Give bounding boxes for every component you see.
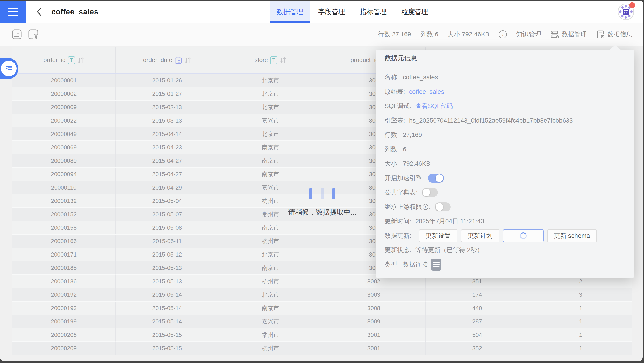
table-cell: 2015-05-14: [116, 315, 219, 328]
table-cell: 嘉兴市: [219, 181, 322, 194]
hamburger-icon: [8, 8, 18, 9]
tab-granularity-management[interactable]: 粒度管理: [395, 1, 434, 23]
indent-list-icon: [4, 64, 13, 73]
row-count-stat: 行数:27,169: [378, 30, 411, 39]
engine-table-name: hs_20250704112143_0fdf152ae59f4fc4bb17bb…: [409, 117, 573, 124]
text-type-icon: T: [68, 56, 75, 64]
page-title: coffee_sales: [52, 7, 98, 16]
public-dict-toggle[interactable]: [422, 188, 438, 197]
table-cell: 20000186: [12, 275, 116, 288]
type-row: 类型: 数据连接: [384, 257, 626, 272]
table-cell: 2015-04-29: [116, 181, 219, 194]
update-time-row: 更新时间: 2025年7月04日 11:21:43: [384, 214, 626, 229]
update-schema-button[interactable]: 更新 schema: [547, 229, 597, 242]
sort-arrows-icon: [77, 56, 84, 64]
dataset-name: coffee_sales: [403, 74, 438, 81]
table-cell: 3001: [322, 342, 426, 355]
update-plan-button[interactable]: 更新计划: [461, 229, 500, 242]
table-cell: 20000001: [12, 74, 116, 87]
drawer-handle-circle: [1, 61, 16, 76]
table-cell: 3003: [322, 288, 426, 302]
column-header-order_date[interactable]: order_date: [116, 47, 219, 73]
table-cell: 1: [529, 342, 632, 355]
info-icon[interactable]: i: [499, 30, 507, 38]
table-cell: 北京市: [219, 288, 322, 302]
inherit-info-icon[interactable]: i: [422, 204, 428, 210]
back-button[interactable]: [36, 7, 43, 17]
table-cell: 杭州市: [219, 275, 322, 288]
table-cell: 嘉兴市: [219, 315, 322, 328]
tab-data-management[interactable]: 数据管理: [270, 1, 310, 23]
meta-rows-row: 行数: 27,169: [384, 128, 626, 142]
table-cell: 20000049: [12, 127, 116, 141]
view-sql-link[interactable]: 查看SQL代码: [416, 102, 453, 110]
column-header-store[interactable]: storeT: [219, 47, 322, 73]
table-row[interactable]: 200001922015-05-14北京市30031743: [12, 288, 632, 302]
table-cell: 3009: [322, 315, 426, 328]
table-cell: 20000002: [12, 87, 116, 101]
public-dict-row: 公共字典表:: [384, 185, 626, 200]
table-cell: 2015-05-12: [116, 248, 219, 261]
table-cell: 南京市: [219, 221, 322, 235]
table-cell: 南京市: [219, 302, 322, 315]
table-cell: 20000069: [12, 141, 116, 154]
hamburger-menu-button[interactable]: [0, 1, 26, 23]
meta-size-row: 大小: 792.46KB: [384, 156, 626, 171]
table-cell: 20000166: [12, 235, 116, 248]
table-cell: 2015-05-14: [116, 288, 219, 302]
column-header-order_id[interactable]: order_idT: [12, 47, 116, 73]
table-cell: 20000192: [12, 288, 116, 302]
table-cell: 2015-05-11: [116, 235, 219, 248]
data-meta-panel: 数据元信息 名称: coffee_sales 原始表: coffee_sales…: [376, 49, 634, 278]
table-cell: 北京市: [219, 248, 322, 261]
table-cell: 20000171: [12, 248, 116, 261]
table-cell: 常州市: [219, 328, 322, 342]
table-row[interactable]: 200002092015-05-15杭州市30013521: [12, 342, 632, 355]
field-filter-icon[interactable]: T: [28, 29, 38, 39]
table-cell: 287: [426, 315, 529, 328]
table-cell: 北京市: [219, 127, 322, 141]
column-label: store: [254, 57, 268, 64]
notification-dot: [629, 2, 635, 8]
accel-engine-toggle[interactable]: [428, 174, 444, 183]
spinner-icon: [520, 232, 527, 239]
update-settings-button[interactable]: 更新设置: [419, 229, 458, 242]
table-cell: 杭州市: [219, 342, 322, 355]
table-cell: 常州市: [219, 208, 322, 221]
column-label: order_date: [143, 57, 172, 64]
table-cell: 20000089: [12, 154, 116, 168]
table-cell: 杭州市: [219, 235, 322, 248]
table-row[interactable]: 200002082015-05-15常州市30015041: [12, 328, 632, 342]
table-cell: 嘉兴市: [219, 114, 322, 127]
database-gear-icon: [550, 30, 559, 39]
table-cell: 2015-04-27: [116, 154, 219, 168]
tab-field-management[interactable]: 字段管理: [312, 1, 351, 23]
data-management-button[interactable]: 数据管理: [550, 30, 587, 39]
data-info-button[interactable]: 数据信息: [596, 30, 632, 39]
table-cell: 3: [529, 288, 632, 302]
meta-engine-row: 引擎表: hs_20250704112143_0fdf152ae59f4fc4b…: [384, 113, 626, 128]
tab-metric-management[interactable]: 指标管理: [354, 1, 393, 23]
table-cell: 2015-04-27: [116, 168, 219, 181]
svg-text:T: T: [14, 31, 16, 35]
inherit-permission-toggle[interactable]: [434, 202, 451, 211]
knowledge-management-button[interactable]: 知识管理: [516, 30, 541, 39]
table-cell: 北京市: [219, 101, 322, 114]
table-cell: 2015-05-07: [116, 208, 219, 221]
table-cell: 20000152: [12, 208, 116, 221]
user-avatar[interactable]: [618, 3, 634, 20]
update-status-value: 等待更新（已等待 2秒）: [416, 246, 483, 254]
meta-name-row: 名称: coffee_sales: [384, 70, 626, 85]
table-cell: 2015-05-08: [116, 221, 219, 235]
column-count-stat: 列数:6: [420, 30, 438, 39]
table-row[interactable]: 200001992015-05-14嘉兴市30092871: [12, 315, 632, 328]
table-cell: 20000132: [12, 194, 116, 208]
table-row[interactable]: 200001932015-05-14南京市30084401: [12, 302, 632, 315]
table-cell: 1: [529, 302, 632, 315]
field-style-icon[interactable]: T: [12, 29, 22, 39]
text-type-icon: T: [270, 56, 277, 64]
origin-table-link[interactable]: coffee_sales: [409, 88, 444, 95]
refreshing-button[interactable]: [503, 229, 544, 242]
app-window: coffee_sales 数据管理 字段管理 指标管理 粒度管理: [0, 1, 643, 361]
table-cell: 1: [529, 315, 632, 328]
